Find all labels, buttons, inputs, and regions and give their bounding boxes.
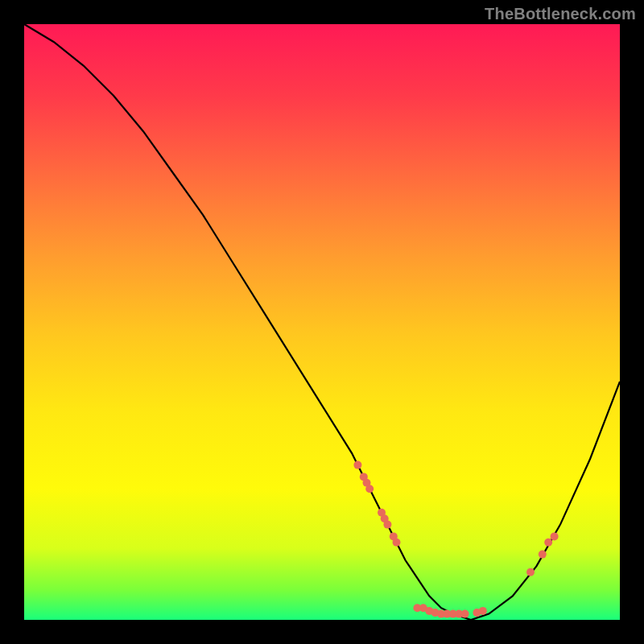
chart-container: TheBottleneck.com [0, 0, 644, 644]
data-marker [461, 610, 469, 618]
data-marker [479, 607, 487, 615]
watermark-label: TheBottleneck.com [485, 5, 636, 23]
data-marker [526, 568, 535, 576]
data-marker [393, 539, 401, 547]
data-marker [539, 551, 547, 559]
data-marker [544, 539, 552, 547]
bottleneck-curve [24, 24, 620, 620]
curve-svg [24, 24, 620, 620]
data-marker [551, 532, 559, 540]
data-marker [383, 521, 391, 529]
data-marker [365, 485, 374, 493]
data-marker [353, 461, 361, 469]
markers-group [353, 461, 558, 618]
plot-area [24, 24, 620, 620]
